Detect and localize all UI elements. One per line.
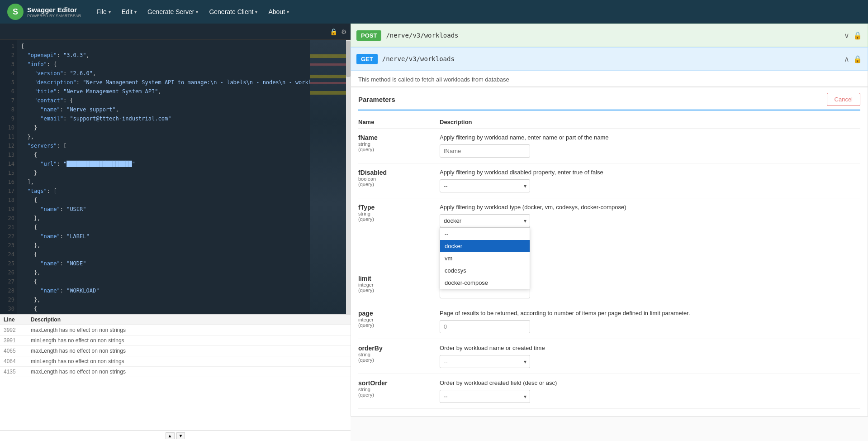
page-input[interactable] <box>440 320 530 333</box>
param-name-orderby: orderBy string (query) <box>358 345 440 363</box>
get-endpoint-bar: GET /nerve/v3/workloads ∧ 🔒 <box>351 47 868 71</box>
chevron-up-icon[interactable]: ∧ <box>844 55 849 63</box>
nav-edit-arrow: ▾ <box>134 10 137 14</box>
ftype-dropdown-list: -- docker vm codesys docker-compose <box>440 227 530 289</box>
editor-with-scrollbar: 1234567891011121314151617181920212223242… <box>0 40 351 441</box>
fname-input[interactable] <box>440 144 530 158</box>
scrollbar-thumb[interactable] <box>346 41 351 77</box>
code-content[interactable]: { "openapi": "3.0.3", "info": { "version… <box>17 40 310 314</box>
param-desc-ftype: Apply filtering by workload type (docker… <box>440 204 860 227</box>
sortorder-select[interactable]: -- desc asc <box>440 390 530 403</box>
minimap-content <box>310 40 346 314</box>
nav-menu: File ▾ Edit ▾ Generate Server ▾ Generate… <box>92 5 294 18</box>
post-endpoint-icons: ∨ 🔒 <box>844 31 862 40</box>
params-table-header: Name Description <box>358 116 860 129</box>
status-row: 4064 minLength has no effect on non stri… <box>0 356 351 367</box>
nav-generate-server[interactable]: Generate Server ▾ <box>143 5 203 18</box>
swagger-panel[interactable]: POST /nerve/v3/workloads ∨ 🔒 GET /nerve/… <box>351 24 868 441</box>
param-row-ftype: fType string (query) Apply filtering by … <box>358 198 860 233</box>
ftype-option-codesys[interactable]: codesys <box>440 264 530 277</box>
fdisabled-select-wrapper: -- true false ▾ <box>440 179 530 192</box>
ftype-option-empty[interactable]: -- <box>440 228 530 240</box>
nav-gen-client-arrow: ▾ <box>255 10 257 14</box>
param-row-sortorder: sortOrder string (query) Order by worklo… <box>358 374 860 409</box>
get-method-badge[interactable]: GET <box>356 54 378 64</box>
orderby-select[interactable]: -- name createdTime <box>440 355 530 368</box>
params-header-row: Parameters Cancel <box>358 87 860 110</box>
params-table: Name Description fName string (query) Ap… <box>358 116 860 409</box>
status-bar: Line Description 3992 maxLength has no e… <box>0 314 351 441</box>
nav-gen-server-arrow: ▾ <box>196 10 198 14</box>
scroll-up-btn[interactable]: ▲ <box>166 432 175 439</box>
param-name-sortorder: sortOrder string (query) <box>358 379 440 398</box>
status-header: Line Description <box>0 315 351 325</box>
lock-icon[interactable]: 🔒 <box>330 28 337 35</box>
status-col-desc-header: Description <box>31 316 347 323</box>
ftype-option-docker[interactable]: docker <box>440 240 530 252</box>
col-desc-header: Description <box>440 119 860 125</box>
ftype-option-docker-compose[interactable]: docker-compose <box>440 277 530 289</box>
scroll-controls: ▲ ▼ <box>0 430 351 441</box>
ftype-select[interactable]: -- docker vm codesys docker-compose <box>440 214 530 227</box>
editor-panel: 🔒 ⚙ 123456789101112131415161718192021222… <box>0 24 351 441</box>
ftype-select-wrapper: -- docker vm codesys docker-compose ▾ <box>440 214 530 227</box>
app-title: Swagger Editor <box>27 6 77 14</box>
line-numbers: 1234567891011121314151617181920212223242… <box>0 40 17 314</box>
logo-text-block: Swagger Editor POWERED BY SMARTBEAR <box>27 6 81 18</box>
minimap <box>310 40 346 314</box>
status-row: 4135 maxLength has no effect on non stri… <box>0 367 351 377</box>
cancel-button[interactable]: Cancel <box>827 93 860 106</box>
get-endpoint-icons: ∧ 🔒 <box>844 55 862 63</box>
fdisabled-select[interactable]: -- true false <box>440 179 530 192</box>
param-name-fname: fName string (query) <box>358 134 440 152</box>
status-row: 3992 maxLength has no effect on non stri… <box>0 325 351 336</box>
chevron-down-icon[interactable]: ∨ <box>844 31 849 40</box>
nav-generate-client[interactable]: Generate Client ▾ <box>204 5 262 18</box>
logo: S Swagger Editor POWERED BY SMARTBEAR <box>7 4 81 20</box>
top-nav: S Swagger Editor POWERED BY SMARTBEAR Fi… <box>0 0 868 24</box>
sortorder-select-wrapper: -- desc asc ▾ <box>440 390 530 403</box>
status-rows: 3992 maxLength has no effect on non stri… <box>0 325 351 430</box>
params-title: Parameters <box>358 96 395 103</box>
status-col-line-header: Line <box>4 316 31 323</box>
lock-get-icon[interactable]: 🔒 <box>853 55 862 63</box>
ftype-option-vm[interactable]: vm <box>440 252 530 264</box>
param-name-page: page integer (query) <box>358 310 440 328</box>
param-name-fdisabled: fDisabled boolean (query) <box>358 169 440 187</box>
get-description: This method is called to fetch all workl… <box>351 71 868 87</box>
main-area: 🔒 ⚙ 123456789101112131415161718192021222… <box>0 24 868 441</box>
lock-post-icon[interactable]: 🔒 <box>853 31 862 40</box>
param-desc-page: Page of results to be returned, accordin… <box>440 310 860 333</box>
col-name-header: Name <box>358 119 440 125</box>
editor-toolbar: 🔒 ⚙ <box>0 24 351 40</box>
nav-about[interactable]: About ▾ <box>264 5 294 18</box>
param-row-orderby: orderBy string (query) Order by workload… <box>358 339 860 374</box>
post-endpoint-path: /nerve/v3/workloads <box>386 32 840 39</box>
nav-file[interactable]: File ▾ <box>92 5 115 18</box>
logo-icon: S <box>7 4 24 20</box>
app-subtitle: POWERED BY SMARTBEAR <box>27 14 81 18</box>
status-row: 4065 maxLength has no effect on non stri… <box>0 346 351 356</box>
param-row-limit: limit integer (query) ult <box>358 269 860 304</box>
nav-file-arrow: ▾ <box>109 10 111 14</box>
param-name-limit: limit integer (query) <box>358 275 440 293</box>
param-row-page: page integer (query) Page of results to … <box>358 304 860 339</box>
param-row-fname: fName string (query) Apply filtering by … <box>358 129 860 163</box>
nav-about-arrow: ▾ <box>287 10 289 14</box>
param-desc-fdisabled: Apply filtering by workload disabled pro… <box>440 169 860 192</box>
param-desc-orderby: Order by workload name or created time -… <box>440 345 860 368</box>
param-name-ftype: fType string (query) <box>358 204 440 222</box>
post-endpoint-bar: POST /nerve/v3/workloads ∨ 🔒 <box>351 24 868 47</box>
right-scrollbar[interactable] <box>346 40 351 314</box>
ftype-dropdown-container: -- docker vm codesys docker-compose ▾ -- <box>440 214 860 227</box>
settings-icon[interactable]: ⚙ <box>341 28 347 35</box>
param-desc-sortorder: Order by workload created field (desc or… <box>440 379 860 403</box>
get-endpoint-path: /nerve/v3/workloads <box>382 55 840 62</box>
editor-inner: 1234567891011121314151617181920212223242… <box>0 40 351 314</box>
params-section: Parameters Cancel Name Description fName… <box>351 87 868 417</box>
scroll-down-btn[interactable]: ▼ <box>176 432 185 439</box>
post-method-badge[interactable]: POST <box>356 30 381 41</box>
nav-edit[interactable]: Edit ▾ <box>117 5 141 18</box>
orderby-select-wrapper: -- name createdTime ▾ <box>440 355 530 368</box>
status-row: 3991 minLength has no effect on non stri… <box>0 336 351 346</box>
